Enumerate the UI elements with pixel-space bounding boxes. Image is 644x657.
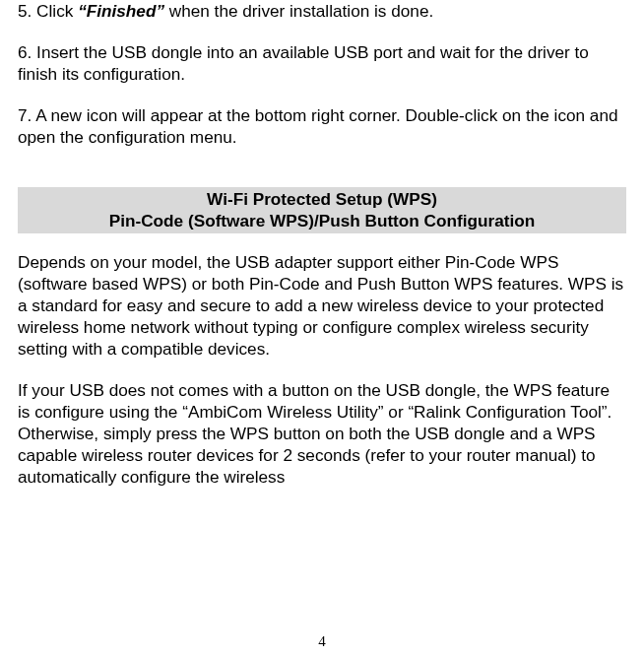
wps-section-heading: Wi-Fi Protected Setup (WPS) Pin-Code (So…	[18, 187, 626, 233]
step-5-pre: 5. Click	[18, 1, 78, 21]
page-number: 4	[0, 632, 644, 651]
step-5-post: when the driver installation is done.	[164, 1, 433, 21]
wps-heading-line-1: Wi-Fi Protected Setup (WPS)	[20, 188, 624, 210]
step-5: 5. Click “Finished” when the driver inst…	[18, 0, 626, 22]
wps-paragraph-1: Depends on your model, the USB adapter s…	[18, 251, 626, 360]
step-6: 6. Insert the USB dongle into an availab…	[18, 41, 626, 85]
wps-paragraph-2: If your USB does not comes with a button…	[18, 379, 626, 488]
step-7: 7. A new icon will appear at the bottom …	[18, 104, 626, 148]
step-5-finished-word: “Finished”	[78, 1, 164, 21]
wps-heading-line-2: Pin-Code (Software WPS)/Push Button Conf…	[20, 210, 624, 231]
